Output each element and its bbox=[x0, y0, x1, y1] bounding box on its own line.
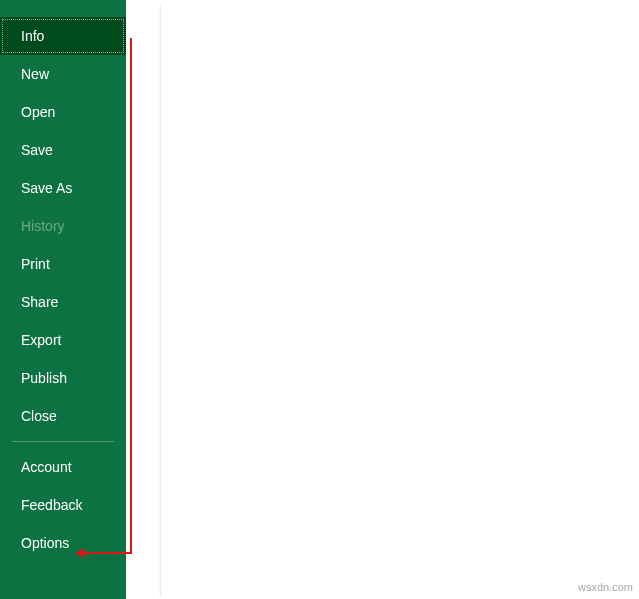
sidebar-item-publish[interactable]: Publish bbox=[0, 359, 126, 397]
sidebar-item-account[interactable]: Account bbox=[0, 448, 126, 486]
sidebar-item-export[interactable]: Export bbox=[0, 321, 126, 359]
annotation-line-vertical bbox=[130, 38, 132, 554]
sidebar-item-share[interactable]: Share bbox=[0, 283, 126, 321]
sidebar-item-label: New bbox=[21, 66, 49, 82]
sidebar-divider bbox=[12, 441, 114, 442]
content-panel bbox=[160, 6, 637, 597]
sidebar-item-label: Feedback bbox=[21, 497, 82, 513]
sidebar-item-label: Info bbox=[21, 28, 44, 44]
sidebar-item-label: Open bbox=[21, 104, 55, 120]
sidebar-item-info[interactable]: Info bbox=[0, 17, 126, 55]
sidebar-item-label: Publish bbox=[21, 370, 67, 386]
sidebar-item-close[interactable]: Close bbox=[0, 397, 126, 435]
sidebar-item-new[interactable]: New bbox=[0, 55, 126, 93]
sidebar-item-label: Close bbox=[21, 408, 57, 424]
sidebar-item-label: Options bbox=[21, 535, 69, 551]
sidebar-item-print[interactable]: Print bbox=[0, 245, 126, 283]
sidebar-item-label: Export bbox=[21, 332, 61, 348]
sidebar-item-label: Account bbox=[21, 459, 72, 475]
sidebar-item-save-as[interactable]: Save As bbox=[0, 169, 126, 207]
sidebar-item-label: Share bbox=[21, 294, 58, 310]
sidebar-item-label: Print bbox=[21, 256, 50, 272]
sidebar-item-label: Save As bbox=[21, 180, 72, 196]
annotation-line-horizontal bbox=[82, 552, 132, 554]
sidebar-item-save[interactable]: Save bbox=[0, 131, 126, 169]
sidebar-item-history: History bbox=[0, 207, 126, 245]
content-area bbox=[126, 0, 639, 599]
sidebar-item-label: History bbox=[21, 218, 65, 234]
watermark-text: wsxdn.com bbox=[578, 581, 633, 593]
annotation-arrow-icon bbox=[75, 548, 85, 558]
sidebar-item-feedback[interactable]: Feedback bbox=[0, 486, 126, 524]
sidebar-item-open[interactable]: Open bbox=[0, 93, 126, 131]
sidebar-item-label: Save bbox=[21, 142, 53, 158]
backstage-sidebar: Info New Open Save Save As History Print… bbox=[0, 0, 126, 599]
sidebar-item-options[interactable]: Options bbox=[0, 524, 126, 562]
